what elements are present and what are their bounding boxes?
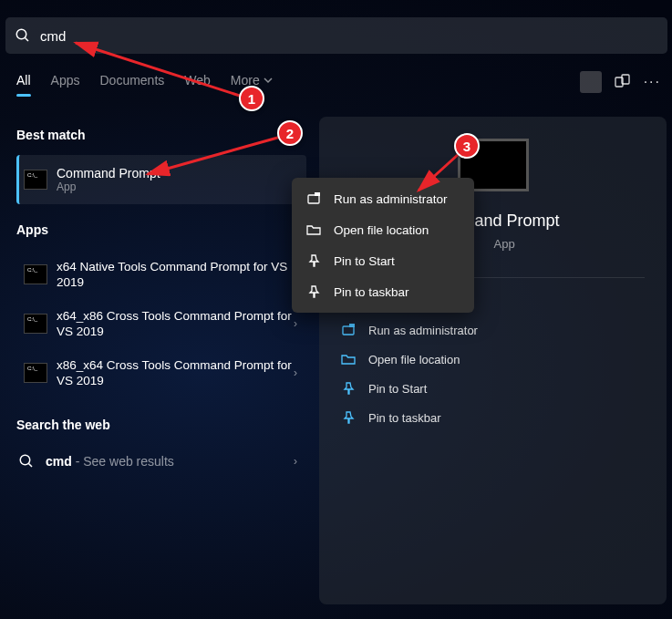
action-pin-start[interactable]: Pin to Start: [341, 374, 645, 403]
result-title: x64 Native Tools Command Prompt for VS 2…: [57, 259, 299, 290]
filter-tabs: All Apps Documents Web More: [16, 73, 273, 95]
chevron-right-icon[interactable]: ›: [294, 317, 297, 330]
folder-icon: [306, 222, 321, 237]
shield-icon: [306, 191, 321, 206]
pin-icon: [306, 253, 321, 268]
action-run-as-admin[interactable]: Run as administrator: [341, 315, 645, 345]
result-subtitle: App: [57, 181, 160, 193]
result-command-prompt[interactable]: C:\_ Command Prompt App: [16, 155, 306, 204]
more-options-icon[interactable]: ···: [644, 74, 661, 90]
web-section: Search the web cmd - See web results ›: [16, 418, 306, 478]
folder-icon: [341, 352, 356, 366]
result-app-1[interactable]: C:\_ x64_x86 Cross Tools Command Prompt …: [16, 299, 306, 348]
svg-line-5: [28, 463, 32, 467]
search-icon: [18, 453, 35, 469]
best-match-section: Best match: [16, 128, 306, 155]
search-bar[interactable]: [5, 17, 667, 54]
ctx-open-location[interactable]: Open file location: [292, 214, 474, 245]
svg-rect-6: [343, 326, 354, 335]
cmd-icon: C:\_: [24, 314, 47, 334]
chevron-right-icon[interactable]: ›: [294, 455, 297, 468]
action-open-location[interactable]: Open file location: [341, 345, 645, 374]
web-header: Search the web: [16, 418, 306, 432]
ctx-pin-taskbar[interactable]: Pin to taskbar: [292, 276, 474, 307]
chevron-down-icon: [264, 76, 273, 85]
pin-icon: [341, 381, 356, 396]
web-suffix: - See web results: [72, 454, 174, 469]
tab-apps[interactable]: Apps: [51, 73, 80, 95]
result-title: x86_x64 Cross Tools Command Prompt for V…: [57, 357, 299, 388]
web-result[interactable]: cmd - See web results ›: [16, 445, 306, 478]
window-snap-icon[interactable]: [615, 74, 631, 90]
tab-all[interactable]: All: [16, 73, 31, 95]
apps-header: Apps: [16, 222, 306, 237]
detail-actions: Run as administrator Open file location …: [341, 315, 645, 432]
result-app-0[interactable]: C:\_ x64 Native Tools Command Prompt for…: [16, 250, 306, 299]
cmd-icon: C:\_: [24, 264, 47, 284]
web-query: cmd: [46, 454, 72, 469]
tab-documents[interactable]: Documents: [99, 73, 164, 95]
ctx-run-as-admin[interactable]: Run as administrator: [292, 183, 474, 214]
tab-more[interactable]: More: [231, 73, 273, 95]
result-app-2[interactable]: C:\_ x86_x64 Cross Tools Command Prompt …: [16, 348, 306, 397]
pin-icon: [306, 284, 321, 299]
best-match-header: Best match: [16, 128, 306, 142]
svg-point-0: [16, 29, 26, 39]
svg-rect-9: [315, 192, 320, 196]
pin-icon: [341, 410, 356, 425]
svg-line-1: [25, 37, 28, 41]
ctx-pin-start[interactable]: Pin to Start: [292, 245, 474, 276]
result-title: Command Prompt: [57, 166, 160, 181]
chevron-right-icon[interactable]: ›: [294, 366, 297, 379]
svg-point-4: [20, 455, 30, 465]
cmd-icon: C:\_: [24, 170, 47, 190]
header-right: ···: [580, 71, 661, 93]
apps-section: Apps C:\_ x64 Native Tools Command Promp…: [16, 222, 306, 397]
avatar[interactable]: [580, 71, 602, 93]
svg-rect-8: [308, 195, 319, 203]
context-menu: Run as administrator Open file location …: [292, 178, 474, 313]
results-column: Best match C:\_ Command Prompt App Apps …: [16, 128, 306, 478]
cmd-icon: C:\_: [24, 363, 47, 383]
result-title: x64_x86 Cross Tools Command Prompt for V…: [57, 308, 299, 339]
search-input[interactable]: [40, 28, 658, 44]
search-icon: [15, 27, 31, 44]
action-pin-taskbar[interactable]: Pin to taskbar: [341, 403, 645, 432]
shield-icon: [341, 323, 356, 337]
svg-rect-7: [349, 324, 355, 327]
tab-web[interactable]: Web: [184, 73, 211, 95]
